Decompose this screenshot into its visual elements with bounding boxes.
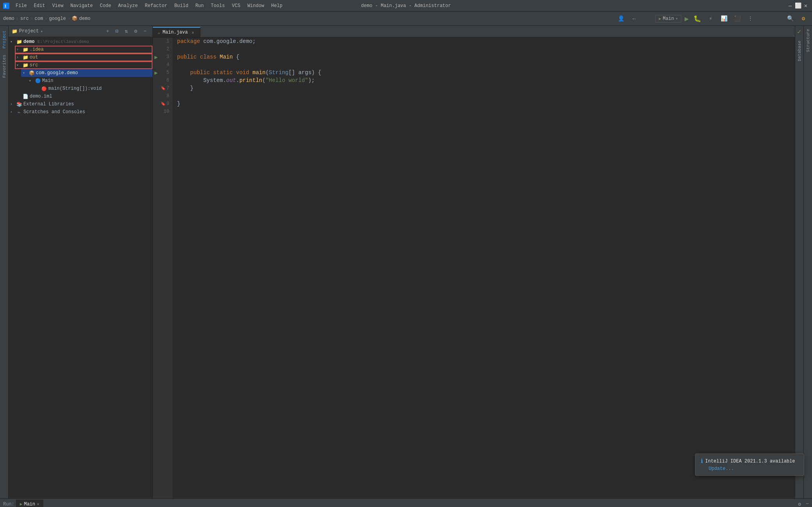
menu-run[interactable]: Run <box>192 2 207 9</box>
scratch-icon: ✏️ <box>16 109 22 115</box>
editor-area: ☕ Main.java ✕ 1 2 ▶3 4 ▶5 6 🔖7 8 <box>153 26 795 498</box>
package-icon: 📦 <box>28 70 35 76</box>
minimize-panel-button[interactable]: − <box>141 27 149 35</box>
menu-view[interactable]: View <box>49 2 67 9</box>
search-everywhere-button[interactable]: 🔍 <box>785 14 796 24</box>
tree-item-out[interactable]: › 📁 out <box>15 53 152 61</box>
info-icon: ℹ <box>701 458 703 464</box>
code-editor: 1 2 ▶3 4 ▶5 6 🔖7 8 🔖9 10 <box>153 37 795 498</box>
menu-tools[interactable]: Tools <box>208 2 228 9</box>
more-run-button[interactable]: ⋮ <box>745 14 756 24</box>
scroll-button[interactable]: ⇅ <box>122 27 131 35</box>
tree-item-iml[interactable]: 📄 demo.iml <box>15 93 152 100</box>
gutter-line-4: 4 <box>153 61 172 69</box>
run-configuration[interactable]: ▶ Main ▾ <box>655 15 681 23</box>
tree-arrow: ▾ <box>16 63 21 68</box>
gutter-line-3: ▶3 <box>153 53 172 61</box>
minimize-button[interactable]: — <box>787 3 793 9</box>
menu-file[interactable]: File <box>12 2 30 9</box>
svg-text:I: I <box>4 4 7 9</box>
editor-tab-bar: ☕ Main.java ✕ <box>153 26 795 37</box>
coverage-button[interactable]: ⚡ <box>705 14 716 24</box>
editor-tab-main[interactable]: ☕ Main.java ✕ <box>153 27 200 37</box>
stop-button[interactable]: ⬛ <box>732 14 743 24</box>
title-bar-left: I File Edit View Navigate Code Analyze R… <box>3 2 285 9</box>
sidebar-tab-structure[interactable]: Structure <box>805 26 812 55</box>
undo-button[interactable]: ↩ <box>758 14 769 24</box>
project-panel-title: 📁 Project ▾ <box>12 28 43 34</box>
new-file-button[interactable]: + <box>103 27 112 35</box>
profile-button[interactable]: 👤 <box>615 14 626 24</box>
menu-vcs[interactable]: VCS <box>229 2 244 9</box>
breadcrumb-google[interactable]: google <box>49 16 66 21</box>
run-button[interactable]: ▶ <box>684 14 690 23</box>
run-settings-button[interactable]: ⚙ <box>798 501 801 507</box>
breadcrumb-package[interactable]: demo <box>79 16 90 21</box>
method-icon: 🔴 <box>41 85 47 92</box>
menu-refactor[interactable]: Refactor <box>142 2 170 9</box>
structure-sidebar: Structure <box>803 26 812 498</box>
tree-item-idea[interactable]: › 📁 .idea <box>15 46 152 53</box>
run-gutter-icon-5[interactable]: ▶ <box>154 69 158 76</box>
menu-edit[interactable]: Edit <box>31 2 48 9</box>
gutter-line-5: ▶5 <box>153 69 172 76</box>
settings-button[interactable]: ⚙ <box>798 14 809 24</box>
run-name-tab[interactable]: ▶ Main ✕ <box>16 500 43 507</box>
line-gutter: 1 2 ▶3 4 ▶5 6 🔖7 8 🔖9 10 <box>153 37 172 498</box>
notification-title: ℹ IntelliJ IDEA 2021.1.3 available <box>701 458 798 464</box>
menu-window[interactable]: Window <box>244 2 267 9</box>
run-minimize-button[interactable]: − <box>806 501 809 507</box>
tree-arrow <box>35 87 40 91</box>
sidebar-tab-favorites[interactable]: Favorites <box>1 52 8 81</box>
menu-help[interactable]: Help <box>268 2 285 9</box>
code-line-8 <box>177 92 790 100</box>
tree-item-src[interactable]: ▾ 📁 src <box>15 61 152 69</box>
debug-button[interactable]: 🐛 <box>692 14 703 24</box>
close-tab-button[interactable]: ✕ <box>190 30 195 35</box>
tree-item-main-method[interactable]: 🔴 main(String[]):void <box>34 85 152 93</box>
tree-item-external-libs[interactable]: › 📚 External Libraries <box>9 100 152 108</box>
class-icon: 🔵 <box>35 78 41 84</box>
window-title: demo - Main.java - Administrator <box>361 3 451 9</box>
main-layout: Project Favorites 📁 Project ▾ + ⊟ ⇅ ⚙ − … <box>0 26 812 498</box>
code-area[interactable]: package com.google.demo; public class Ma… <box>172 37 795 498</box>
breadcrumb-src[interactable]: src <box>20 16 29 21</box>
close-button[interactable]: ✕ <box>803 3 809 9</box>
run-tab-close[interactable]: ✕ <box>37 502 39 507</box>
sidebar-tab-project[interactable]: Project <box>1 27 8 52</box>
menu-build[interactable]: Build <box>171 2 191 9</box>
run-panel-header: Run: ▶ Main ✕ ⚙ − <box>0 499 812 507</box>
redo-button[interactable]: ↪ <box>771 14 782 24</box>
tree-item-package[interactable]: ▾ 📦 com.google.demo <box>21 69 152 77</box>
tree-item-root[interactable]: ▾ 📁 demo E:\Project\Java\demo <box>9 38 152 46</box>
collapse-all-button[interactable]: ⊟ <box>113 27 121 35</box>
maximize-button[interactable]: ⬜ <box>795 3 801 9</box>
forward-button[interactable]: → <box>642 14 653 24</box>
bookmark-icon-9: 🔖 <box>161 101 165 106</box>
code-line-7: } <box>177 84 790 92</box>
code-line-2 <box>177 45 790 53</box>
checkmark-icon: ✓ <box>797 26 801 37</box>
update-link[interactable]: Update... <box>709 466 798 471</box>
top-toolbar: demo › src › com › google › 📦 demo 👤 ← →… <box>0 12 812 26</box>
breadcrumb: demo › src › com › google › 📦 demo <box>3 16 614 21</box>
menu-code[interactable]: Code <box>97 2 114 9</box>
back-button[interactable]: ← <box>629 14 640 24</box>
tree-arrow <box>16 94 21 99</box>
code-line-3: public class Main { <box>177 53 790 61</box>
menu-analyze[interactable]: Analyze <box>115 2 141 9</box>
profile-run-button[interactable]: 📊 <box>718 14 729 24</box>
folder-icon-idea: 📁 <box>22 46 28 53</box>
breadcrumb-demo[interactable]: demo <box>3 16 14 21</box>
run-gutter-icon[interactable]: ▶ <box>154 54 158 60</box>
database-tab[interactable]: Database <box>796 37 803 64</box>
tree-arrow: › <box>10 102 15 107</box>
code-line-5: public static void main(String[] args) { <box>177 69 790 76</box>
app-icon: I <box>3 3 9 9</box>
menu-navigate[interactable]: Navigate <box>67 2 96 9</box>
file-tree: ▾ 📁 demo E:\Project\Java\demo › 📁 .idea … <box>9 37 152 498</box>
tree-item-scratches[interactable]: › ✏️ Scratches and Consoles <box>9 108 152 116</box>
breadcrumb-com[interactable]: com <box>35 16 43 21</box>
settings-tree-button[interactable]: ⚙ <box>131 27 140 35</box>
tree-item-main[interactable]: ▾ 🔵 Main <box>27 77 152 85</box>
